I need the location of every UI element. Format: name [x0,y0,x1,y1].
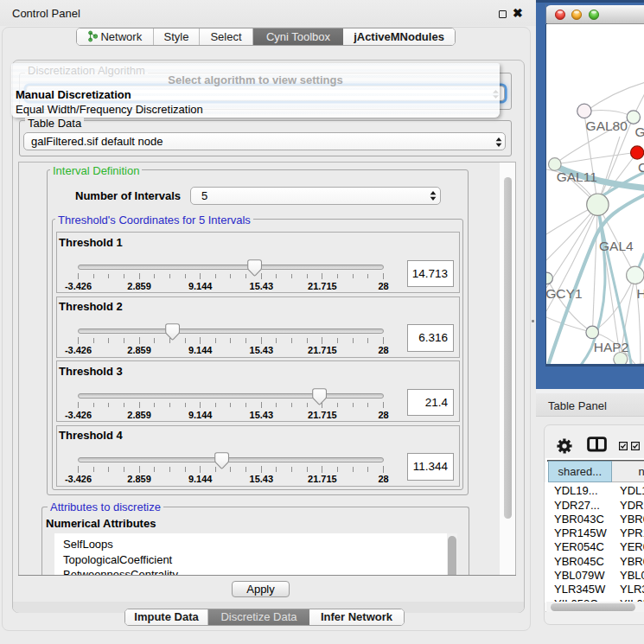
svg-text:GA: GA [634,124,644,139]
svg-text:CY: CY [637,160,644,175]
svg-text:GAL80: GAL80 [585,118,628,133]
svg-text:HAP2: HAP2 [593,340,628,354]
svg-text:HI: HI [636,286,644,301]
svg-text:GAL11: GAL11 [556,169,596,184]
svg-text:GAL4: GAL4 [599,239,634,253]
svg-text:GCY1: GCY1 [546,286,583,301]
